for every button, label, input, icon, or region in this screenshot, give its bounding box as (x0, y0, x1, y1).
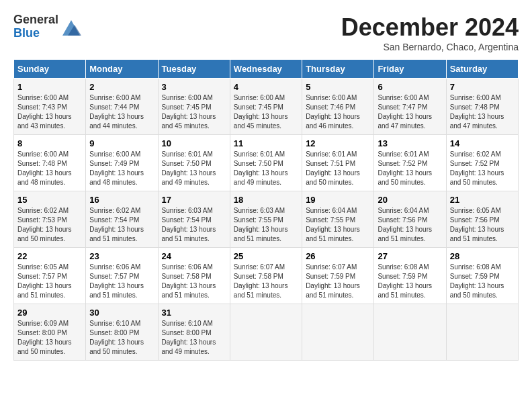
weekday-header: Saturday (446, 60, 518, 79)
calendar-day: 19Sunrise: 6:04 AMSunset: 7:55 PMDayligh… (302, 191, 374, 248)
day-number: 27 (378, 251, 442, 261)
calendar-day: 3Sunrise: 6:00 AMSunset: 7:45 PMDaylight… (158, 79, 230, 135)
day-number: 21 (450, 195, 515, 205)
day-number: 9 (89, 138, 154, 148)
weekday-header: Monday (86, 60, 158, 79)
calendar-day: 8Sunrise: 6:00 AMSunset: 7:48 PMDaylight… (14, 135, 86, 191)
day-info: Sunrise: 6:00 AMSunset: 7:46 PMDaylight:… (306, 93, 370, 131)
calendar-week: 22Sunrise: 6:05 AMSunset: 7:57 PMDayligh… (14, 248, 519, 304)
weekday-header: Sunday (14, 60, 86, 79)
day-number: 6 (378, 82, 442, 92)
day-info: Sunrise: 6:02 AMSunset: 7:53 PMDaylight:… (17, 206, 82, 244)
day-info: Sunrise: 6:04 AMSunset: 7:55 PMDaylight:… (306, 206, 370, 244)
day-number: 31 (162, 308, 226, 318)
location: San Bernardo, Chaco, Argentina (341, 42, 519, 52)
calendar-week: 15Sunrise: 6:02 AMSunset: 7:53 PMDayligh… (14, 191, 519, 248)
day-info: Sunrise: 6:03 AMSunset: 7:55 PMDaylight:… (234, 206, 298, 244)
calendar-day: 2Sunrise: 6:00 AMSunset: 7:44 PMDaylight… (86, 79, 158, 135)
calendar-day: 27Sunrise: 6:08 AMSunset: 7:59 PMDayligh… (374, 248, 446, 304)
calendar-day: 21Sunrise: 6:05 AMSunset: 7:56 PMDayligh… (446, 191, 518, 248)
calendar-day: 4Sunrise: 6:00 AMSunset: 7:45 PMDaylight… (230, 79, 302, 135)
day-info: Sunrise: 6:05 AMSunset: 7:57 PMDaylight:… (17, 263, 82, 300)
weekday-header: Wednesday (230, 60, 302, 79)
calendar-day: 1Sunrise: 6:00 AMSunset: 7:43 PMDaylight… (14, 79, 86, 135)
weekday-header: Thursday (302, 60, 374, 79)
empty-cell (374, 304, 446, 361)
calendar-day: 17Sunrise: 6:03 AMSunset: 7:54 PMDayligh… (158, 191, 230, 248)
day-number: 1 (17, 82, 82, 92)
day-number: 2 (89, 82, 154, 92)
day-number: 4 (234, 82, 298, 92)
day-info: Sunrise: 6:00 AMSunset: 7:47 PMDaylight:… (378, 93, 442, 131)
calendar-day: 26Sunrise: 6:07 AMSunset: 7:59 PMDayligh… (302, 248, 374, 304)
day-number: 16 (89, 195, 154, 205)
logo-general: General (13, 13, 58, 26)
calendar-day: 25Sunrise: 6:07 AMSunset: 7:58 PMDayligh… (230, 248, 302, 304)
day-number: 20 (378, 195, 442, 205)
day-info: Sunrise: 6:00 AMSunset: 7:49 PMDaylight:… (89, 150, 154, 187)
day-number: 19 (306, 195, 370, 205)
day-number: 5 (306, 82, 370, 92)
day-number: 18 (234, 195, 298, 205)
calendar-day: 29Sunrise: 6:09 AMSunset: 8:00 PMDayligh… (14, 304, 86, 361)
day-number: 15 (17, 195, 82, 205)
day-info: Sunrise: 6:00 AMSunset: 7:48 PMDaylight:… (450, 93, 515, 131)
day-number: 13 (378, 138, 442, 148)
day-number: 11 (234, 138, 298, 148)
empty-cell (302, 304, 374, 361)
day-number: 29 (17, 308, 82, 318)
calendar-day: 28Sunrise: 6:08 AMSunset: 7:59 PMDayligh… (446, 248, 518, 304)
day-info: Sunrise: 6:06 AMSunset: 7:57 PMDaylight:… (89, 263, 154, 300)
logo-blue: Blue (13, 26, 40, 40)
calendar-day: 11Sunrise: 6:01 AMSunset: 7:50 PMDayligh… (230, 135, 302, 191)
day-number: 7 (450, 82, 515, 92)
day-number: 12 (306, 138, 370, 148)
page-header: General Blue December 2024 San Bernardo,… (13, 13, 519, 52)
calendar-table: SundayMondayTuesdayWednesdayThursdayFrid… (13, 59, 519, 361)
day-info: Sunrise: 6:10 AMSunset: 8:00 PMDaylight:… (162, 319, 226, 357)
weekday-header: Friday (374, 60, 446, 79)
title-area: December 2024 San Bernardo, Chaco, Argen… (341, 13, 519, 52)
logo: General Blue (13, 13, 81, 40)
day-number: 22 (17, 251, 82, 261)
empty-cell (446, 304, 518, 361)
day-info: Sunrise: 6:09 AMSunset: 8:00 PMDaylight:… (17, 319, 82, 357)
day-number: 25 (234, 251, 298, 261)
calendar-day: 22Sunrise: 6:05 AMSunset: 7:57 PMDayligh… (14, 248, 86, 304)
calendar-day: 18Sunrise: 6:03 AMSunset: 7:55 PMDayligh… (230, 191, 302, 248)
day-info: Sunrise: 6:01 AMSunset: 7:51 PMDaylight:… (306, 150, 370, 187)
calendar-day: 10Sunrise: 6:01 AMSunset: 7:50 PMDayligh… (158, 135, 230, 191)
day-number: 26 (306, 251, 370, 261)
day-info: Sunrise: 6:01 AMSunset: 7:50 PMDaylight:… (162, 150, 226, 187)
day-info: Sunrise: 6:10 AMSunset: 8:00 PMDaylight:… (89, 319, 154, 357)
calendar-day: 6Sunrise: 6:00 AMSunset: 7:47 PMDaylight… (374, 79, 446, 135)
month-title: December 2024 (341, 13, 519, 42)
calendar-body: 1Sunrise: 6:00 AMSunset: 7:43 PMDaylight… (14, 79, 519, 361)
calendar-day: 24Sunrise: 6:06 AMSunset: 7:58 PMDayligh… (158, 248, 230, 304)
day-number: 30 (89, 308, 154, 318)
calendar-day: 31Sunrise: 6:10 AMSunset: 8:00 PMDayligh… (158, 304, 230, 361)
day-number: 14 (450, 138, 515, 148)
calendar-day: 7Sunrise: 6:00 AMSunset: 7:48 PMDaylight… (446, 79, 518, 135)
calendar-day: 15Sunrise: 6:02 AMSunset: 7:53 PMDayligh… (14, 191, 86, 248)
calendar-week: 8Sunrise: 6:00 AMSunset: 7:48 PMDaylight… (14, 135, 519, 191)
day-info: Sunrise: 6:08 AMSunset: 7:59 PMDaylight:… (378, 263, 442, 300)
day-number: 28 (450, 251, 515, 261)
calendar-day: 14Sunrise: 6:02 AMSunset: 7:52 PMDayligh… (446, 135, 518, 191)
day-number: 10 (162, 138, 226, 148)
calendar-day: 9Sunrise: 6:00 AMSunset: 7:49 PMDaylight… (86, 135, 158, 191)
day-info: Sunrise: 6:01 AMSunset: 7:50 PMDaylight:… (234, 150, 298, 187)
calendar-day: 30Sunrise: 6:10 AMSunset: 8:00 PMDayligh… (86, 304, 158, 361)
calendar-day: 12Sunrise: 6:01 AMSunset: 7:51 PMDayligh… (302, 135, 374, 191)
day-number: 24 (162, 251, 226, 261)
calendar-day: 20Sunrise: 6:04 AMSunset: 7:56 PMDayligh… (374, 191, 446, 248)
calendar-header: SundayMondayTuesdayWednesdayThursdayFrid… (14, 60, 519, 79)
day-number: 3 (162, 82, 226, 92)
day-info: Sunrise: 6:00 AMSunset: 7:45 PMDaylight:… (162, 93, 226, 131)
day-info: Sunrise: 6:07 AMSunset: 7:59 PMDaylight:… (306, 263, 370, 300)
day-info: Sunrise: 6:00 AMSunset: 7:44 PMDaylight:… (89, 93, 154, 131)
day-info: Sunrise: 6:00 AMSunset: 7:43 PMDaylight:… (17, 93, 82, 131)
calendar-day: 16Sunrise: 6:02 AMSunset: 7:54 PMDayligh… (86, 191, 158, 248)
day-info: Sunrise: 6:08 AMSunset: 7:59 PMDaylight:… (450, 263, 515, 300)
empty-cell (230, 304, 302, 361)
